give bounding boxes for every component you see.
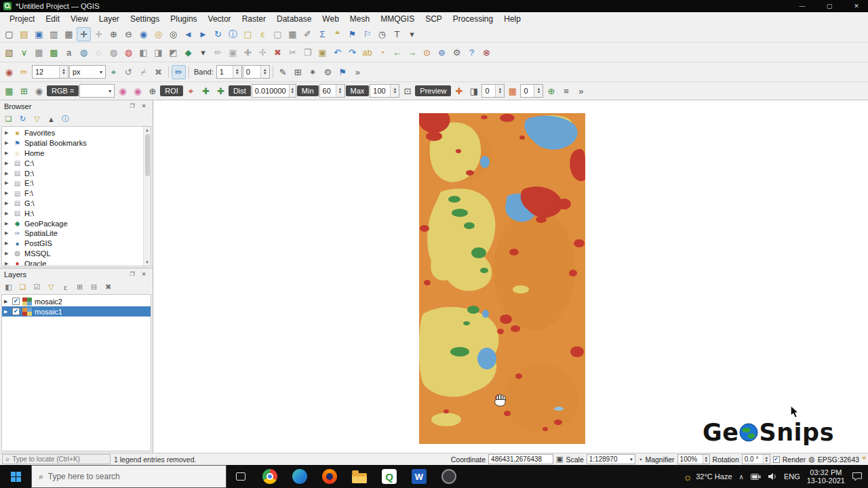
zoom-last-icon[interactable]: ◄: [181, 27, 195, 41]
osm-search-icon[interactable]: ⊙: [420, 45, 434, 60]
new-bookmark-icon[interactable]: ⚑: [345, 27, 359, 41]
menu-item[interactable]: Web: [317, 13, 344, 25]
refresh-browser-icon[interactable]: ↻: [17, 113, 28, 125]
rotation-spinner[interactable]: 0.0 ° ▲▼: [742, 454, 770, 464]
plugin-extra-icon[interactable]: ⊗: [479, 45, 494, 60]
spinner-arrows-icon[interactable]: ▲▼: [233, 66, 241, 78]
raster-edit-pencil-icon[interactable]: ✏: [172, 65, 186, 79]
filter-by-expression-icon[interactable]: ε: [60, 281, 71, 293]
firefox-icon[interactable]: [315, 465, 344, 488]
spinner-arrows-icon[interactable]: ▲▼: [260, 66, 269, 78]
undo-icon[interactable]: ↶: [330, 45, 344, 60]
expand-arrow-icon[interactable]: ▶: [4, 309, 9, 314]
add-oracle-layer-icon[interactable]: ◍: [121, 45, 136, 60]
roi-button[interactable]: ROI: [160, 85, 183, 96]
browser-item-drive-f[interactable]: ▶ ▤ F:\: [2, 188, 151, 199]
georeferencer-icon[interactable]: ⊚: [435, 45, 449, 60]
layer-row-mosaic2[interactable]: ▶ ✔ mosaic2: [2, 296, 151, 306]
min-spinner[interactable]: 60 ▲▼: [319, 84, 345, 98]
lock-scale-icon[interactable]: ◔: [638, 455, 643, 464]
browser-item-spatialite[interactable]: ▶ ✑ SpatiaLite: [2, 228, 151, 239]
add-wms-layer-icon[interactable]: ◧: [136, 45, 151, 60]
extents-icon[interactable]: ▣: [556, 455, 563, 464]
word-icon[interactable]: W: [404, 465, 434, 488]
browser-item-postgis[interactable]: ▶ ● PostGIS: [2, 239, 151, 249]
expand-arrow-icon[interactable]: ▶: [5, 171, 10, 176]
style-toggle-editing-icon[interactable]: ✏: [17, 65, 31, 79]
menu-item[interactable]: Layer: [94, 13, 125, 25]
delete-part-icon[interactable]: ✖: [151, 65, 165, 79]
scp-scatter-plot-icon[interactable]: ◉: [130, 84, 144, 98]
toggle-editing-icon[interactable]: ✏: [211, 45, 225, 60]
zoom-full-icon[interactable]: ◉: [136, 27, 151, 41]
menu-item[interactable]: Raster: [237, 13, 271, 25]
rgb-combo[interactable]: ▾: [79, 84, 115, 98]
statistical-summary-icon[interactable]: Σ: [315, 27, 330, 41]
scroll-up-icon[interactable]: ▲: [145, 127, 149, 134]
scp-bandset-icon[interactable]: ▦: [2, 84, 16, 98]
spinner-arrows-icon[interactable]: ▲▼: [534, 85, 542, 97]
new-project-icon[interactable]: ▢: [2, 27, 16, 41]
scp-previous-icon[interactable]: ←: [390, 45, 404, 60]
expand-arrow-icon[interactable]: ▶: [5, 150, 10, 156]
copy-features-icon[interactable]: ❐: [300, 45, 315, 60]
spinner-arrows-icon[interactable]: ▲▼: [763, 455, 770, 464]
band-value-spinner[interactable]: 0 ▲▼: [243, 65, 270, 79]
scp-radio-icon[interactable]: ◉: [32, 84, 46, 98]
map-canvas[interactable]: Ge Snips: [153, 100, 868, 453]
browser-item-drive-c[interactable]: ▶ ▤ C:\: [2, 158, 151, 168]
zoom-in-icon[interactable]: ⊕: [106, 27, 121, 41]
class-grid-icon[interactable]: ▦: [505, 84, 519, 98]
vertex-tool-icon[interactable]: ✢: [256, 45, 270, 60]
magnifier-spinner[interactable]: 100% ▲▼: [677, 454, 710, 464]
marker-style-icon[interactable]: ⌖: [106, 65, 121, 79]
layer-checkbox[interactable]: ✔: [12, 308, 20, 315]
scp-zoom-icon[interactable]: ⊕: [145, 84, 159, 98]
minimize-button-icon[interactable]: —: [791, 0, 814, 12]
roi-pointer-icon[interactable]: ⌖: [184, 84, 198, 98]
expand-arrow-icon[interactable]: ▶: [5, 241, 10, 246]
unit-combo[interactable]: px ▾: [69, 65, 106, 79]
filter-browser-icon[interactable]: ▽: [31, 113, 43, 125]
new-print-layout-icon[interactable]: ▥: [47, 27, 61, 41]
split-feature-icon[interactable]: ⌿: [136, 65, 151, 79]
menu-item[interactable]: Plugins: [165, 13, 202, 25]
browser-item-mssql[interactable]: ▶ ◍ MSSQL: [2, 249, 151, 259]
dist-spinner[interactable]: 0.010000 ▲▼: [252, 84, 296, 98]
layer-labeling-icon[interactable]: ab: [360, 45, 374, 60]
crs-globe-icon[interactable]: ◍: [808, 455, 815, 464]
show-bookmarks-icon[interactable]: ⚐: [360, 27, 374, 41]
roi-region-add-icon[interactable]: ✚: [214, 84, 228, 98]
scp-next-icon[interactable]: →: [405, 45, 419, 60]
collapse-all-icon[interactable]: ▲: [45, 113, 57, 125]
row3-overflow-icon[interactable]: »: [351, 65, 365, 79]
add-feature-icon[interactable]: ✚: [241, 45, 255, 60]
band-spinner[interactable]: 1 ▲▼: [216, 65, 242, 79]
scp-overflow-icon[interactable]: »: [574, 84, 588, 98]
rotate-feature-icon[interactable]: ↺: [121, 65, 136, 79]
epsg-label[interactable]: EPSG:32643: [818, 455, 859, 464]
help-contents-icon[interactable]: ?: [465, 45, 479, 60]
expand-arrow-icon[interactable]: ▶: [5, 180, 10, 186]
expand-arrow-icon[interactable]: ▶: [5, 221, 10, 226]
layout-manager-icon[interactable]: ▦: [62, 27, 76, 41]
transparency-spinner[interactable]: 0 ▲▼: [481, 84, 505, 98]
expand-arrow-icon[interactable]: ▶: [5, 201, 10, 206]
close-panel-icon[interactable]: ✕: [139, 270, 149, 279]
add-mssql-layer-icon[interactable]: ◍: [106, 45, 121, 60]
select-by-expression-icon[interactable]: ε: [256, 27, 270, 41]
manage-map-themes-icon[interactable]: ☑: [31, 281, 43, 293]
scp-search-icon[interactable]: ⊕: [544, 84, 558, 98]
menu-item[interactable]: MMQGIS: [375, 13, 420, 25]
action-center-icon[interactable]: [852, 472, 863, 481]
roi-polygon-add-icon[interactable]: ✚: [199, 84, 213, 98]
expand-arrow-icon[interactable]: ▶: [4, 299, 9, 304]
menu-item[interactable]: Processing: [448, 13, 498, 25]
add-delimited-text-icon[interactable]: a: [62, 45, 76, 60]
chrome-icon[interactable]: [255, 465, 285, 488]
expand-arrow-icon[interactable]: ▶: [5, 130, 10, 136]
pan-map-icon[interactable]: ✛: [77, 27, 91, 41]
menu-item[interactable]: Vector: [203, 13, 237, 25]
expand-arrow-icon[interactable]: ▶: [5, 211, 10, 216]
add-selected-layers-icon[interactable]: ❏: [3, 113, 14, 125]
